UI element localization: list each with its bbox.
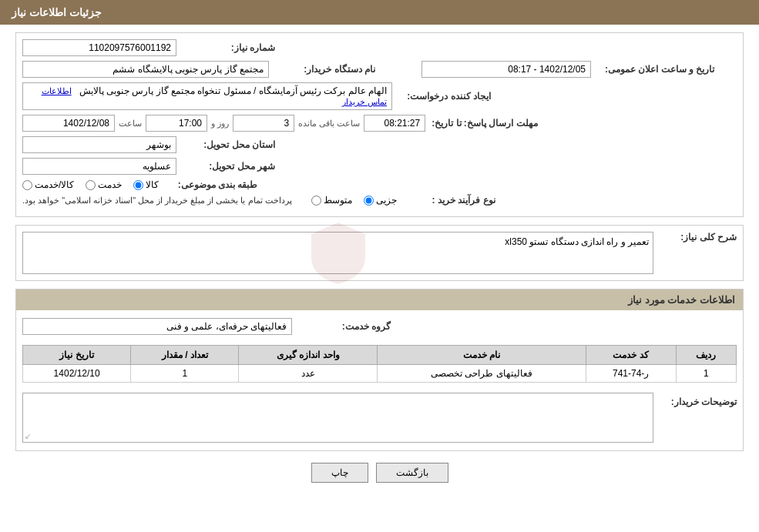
back-button[interactable]: بازگشت	[376, 463, 448, 483]
send-hours-value: 08:21:27	[364, 115, 425, 132]
creator-label: ایجاد کننده درخواست:	[398, 91, 491, 102]
process-medium-label: متوسط	[324, 195, 352, 206]
page-title: جزئیات اطلاعات نیاز	[12, 6, 102, 18]
send-date-row: مهلت ارسال پاسخ: تا تاریخ: 1402/12/08 سا…	[22, 115, 737, 132]
content-area: شماره نیاز: 1102097576001192 تاریخ و ساع…	[0, 25, 759, 502]
cell-quantity: 1	[131, 365, 239, 383]
process-partial-radio[interactable]	[364, 196, 374, 206]
category-service-label: خدمت	[98, 179, 122, 190]
description-value: تعمیر و راه اندازی دستگاه تستو xl350	[505, 236, 649, 247]
table-header-row: ردیف کد خدمت نام خدمت واحد اندازه گیری ت…	[23, 346, 737, 365]
service-group-value: فعالیتهای حرفه‌ای، علمی و فنی	[22, 318, 292, 335]
days-label: روز و	[211, 119, 229, 129]
services-section-title: اطلاعات خدمات مورد نیاز	[16, 289, 743, 310]
buyer-notes-label: توضیحات خریدار:	[667, 396, 737, 407]
services-table-body: 1ر-74-741فعالیتهای طراحی تخصصیعدد11402/1…	[23, 365, 737, 383]
page-header: جزئیات اطلاعات نیاز	[0, 0, 759, 25]
category-service-radio[interactable]	[86, 180, 96, 190]
cell-need_date: 1402/12/10	[23, 365, 131, 383]
services-section: اطلاعات خدمات مورد نیاز گروه خدمت: فعالی…	[15, 289, 744, 451]
province-row: استان محل تحویل: بوشهر	[22, 136, 737, 153]
category-goods-service-item: کالا/خدمت	[22, 179, 74, 190]
process-medium-item: متوسط	[311, 195, 352, 206]
main-info-section: شماره نیاز: 1102097576001192 تاریخ و ساع…	[15, 32, 744, 217]
cell-row: 1	[676, 365, 736, 383]
category-radio-group: کالا/خدمت خدمت کالا	[22, 179, 159, 190]
announce-date-row: تاریخ و ساعت اعلان عمومی: 1402/12/05 - 0…	[22, 61, 737, 78]
col-quantity: تعداد / مقدار	[131, 346, 239, 365]
process-note: پرداخت تمام یا بخشی از مبلغ خریدار از مح…	[22, 196, 292, 206]
process-medium-radio[interactable]	[311, 196, 321, 206]
col-service-name: نام خدمت	[378, 346, 586, 365]
category-service-item: خدمت	[86, 179, 122, 190]
city-row: شهر محل تحویل: عسلویه	[22, 158, 737, 175]
table-row: 1ر-74-741فعالیتهای طراحی تخصصیعدد11402/1…	[23, 365, 737, 383]
province-label: استان محل تحویل:	[183, 139, 275, 150]
send-time-value: 17:00	[146, 115, 207, 132]
creator-value: الهام عالم برکت رئیس آزمایشگاه / مسئول ت…	[22, 82, 392, 110]
cell-unit: عدد	[239, 365, 378, 383]
city-value: عسلویه	[22, 158, 176, 175]
col-service-code: کد خدمت	[586, 346, 676, 365]
col-unit: واحد اندازه گیری	[239, 346, 378, 365]
send-date-label: مهلت ارسال پاسخ: تا تاریخ:	[432, 118, 537, 129]
description-section: شرح کلی نیاز: تعمیر و راه اندازی دستگاه …	[15, 225, 744, 281]
city-label: شهر محل تحویل:	[183, 161, 275, 172]
time-label: ساعت	[119, 119, 142, 129]
remaining-label: ساعت باقی مانده	[298, 119, 360, 129]
category-row: طبقه بندی موضوعی: کالا/خدمت خدمت کالا	[22, 179, 737, 190]
description-area: تعمیر و راه اندازی دستگاه تستو xl350	[22, 232, 653, 274]
col-row: ردیف	[676, 346, 736, 365]
watermark-icon	[307, 219, 369, 288]
category-goods-item: کالا	[133, 179, 159, 190]
category-goods-service-label: کالا/خدمت	[35, 179, 74, 190]
process-radio-group: پرداخت تمام یا بخشی از مبلغ خریدار از مح…	[22, 195, 397, 206]
process-partial-label: جزیی	[376, 195, 397, 206]
cell-service_code: ر-74-741	[586, 365, 676, 383]
form-grid: شماره نیاز: 1102097576001192 تاریخ و ساع…	[16, 33, 743, 216]
cell-service_name: فعالیتهای طراحی تخصصی	[378, 365, 586, 383]
service-group-row: گروه خدمت: فعالیتهای حرفه‌ای، علمی و فنی	[16, 314, 743, 339]
buyer-name-value: مجتمع گاز پارس جنوبی پالایشگاه ششم	[22, 61, 269, 78]
print-button[interactable]: چاپ	[311, 463, 368, 483]
buyer-notes-row: توضیحات خریدار: ↙	[16, 389, 743, 450]
services-table: ردیف کد خدمت نام خدمت واحد اندازه گیری ت…	[22, 345, 737, 383]
category-goods-label: کالا	[146, 179, 159, 190]
buttons-row: بازگشت چاپ	[15, 463, 744, 483]
announce-date-value: 1402/12/05 - 08:17	[421, 61, 591, 78]
province-value: بوشهر	[22, 136, 176, 153]
creator-row: ایجاد کننده درخواست: الهام عالم برکت رئی…	[22, 82, 737, 110]
category-label: طبقه بندی موضوعی:	[165, 179, 257, 190]
need-number-value: 1102097576001192	[22, 39, 176, 56]
services-table-wrapper: ردیف کد خدمت نام خدمت واحد اندازه گیری ت…	[16, 345, 743, 389]
buyer-name-label: نام دستگاه خریدار:	[283, 64, 375, 75]
category-goods-service-radio[interactable]	[22, 180, 32, 190]
send-date-group: 1402/12/08 ساعت 17:00 روز و 3 ساعت باقی …	[22, 115, 425, 132]
category-goods-radio[interactable]	[133, 180, 143, 190]
process-type-row: نوع فرآیند خرید : پرداخت تمام یا بخشی از…	[22, 195, 737, 206]
need-number-label: شماره نیاز:	[183, 42, 275, 53]
send-days-value: 3	[233, 115, 294, 132]
process-partial-item: جزیی	[364, 195, 397, 206]
resize-handle: ↙	[25, 432, 31, 440]
announce-label: تاریخ و ساعت اعلان عمومی:	[605, 64, 714, 75]
process-type-label: نوع فرآیند خرید :	[403, 195, 495, 206]
description-label: شرح کلی نیاز:	[667, 232, 737, 243]
page-wrapper: جزئیات اطلاعات نیاز شماره نیاز: 11020975…	[0, 0, 759, 532]
need-number-row: شماره نیاز: 1102097576001192	[22, 39, 737, 56]
service-group-label: گروه خدمت:	[298, 321, 391, 332]
buyer-notes-area: ↙	[22, 393, 653, 443]
send-date-value: 1402/12/08	[22, 115, 115, 132]
col-need-date: تاریخ نیاز	[23, 346, 131, 365]
